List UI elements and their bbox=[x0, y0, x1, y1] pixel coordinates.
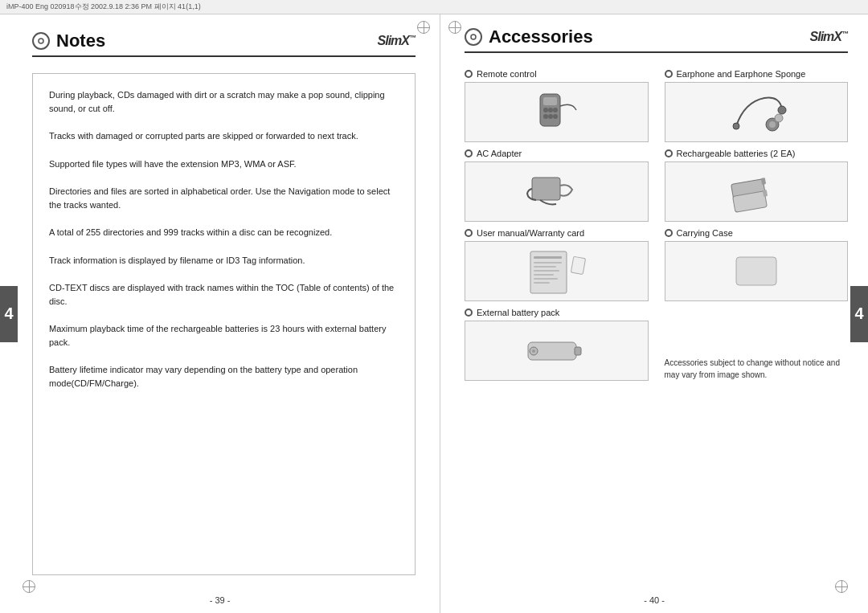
accessory-batteries: Rechargeable batteries (2 EA) bbox=[665, 149, 849, 222]
svg-point-33 bbox=[532, 349, 535, 353]
svg-rect-3 bbox=[543, 97, 557, 105]
accessory-batteries-label: Rechargeable batteries (2 EA) bbox=[665, 149, 849, 158]
accessory-earphone-label: Earphone and Earphone Sponge bbox=[665, 69, 849, 79]
note-6: Track information is displayed by filena… bbox=[49, 254, 399, 268]
bullet-ac-adapter bbox=[465, 149, 473, 157]
svg-rect-31 bbox=[575, 347, 581, 355]
accessories-section-header: Accessories SlimX™ bbox=[465, 27, 848, 53]
accessory-external-battery: External battery pack bbox=[465, 308, 649, 381]
bullet-remote bbox=[465, 70, 473, 78]
note-9: Battery lifetime indicator may vary depe… bbox=[49, 363, 399, 390]
crosshair-right-bottom-right bbox=[835, 580, 848, 593]
svg-point-5 bbox=[548, 108, 553, 112]
svg-rect-22 bbox=[534, 262, 562, 264]
accessory-manual: User manual/Warranty card bbox=[465, 228, 649, 301]
accessories-grid-row1: Remote control bbox=[465, 69, 848, 142]
accessories-brand: SlimX™ bbox=[810, 30, 848, 44]
svg-point-9 bbox=[553, 114, 558, 119]
accessories-footer-note: Accessories subject to change without no… bbox=[665, 308, 849, 381]
accessory-remote-label: Remote control bbox=[465, 69, 649, 79]
note-8: Maximum playback time of the rechargeabl… bbox=[49, 322, 399, 349]
bullet-batteries bbox=[665, 149, 673, 157]
svg-point-13 bbox=[769, 121, 776, 128]
accessories-title-group: Accessories bbox=[465, 27, 593, 47]
note-2: Tracks with damaged or corrupted parts a… bbox=[49, 129, 399, 143]
accessory-ac-adapter-image bbox=[465, 161, 649, 222]
crosshair-top-right bbox=[417, 21, 430, 34]
svg-point-4 bbox=[543, 108, 548, 112]
notes-icon bbox=[32, 32, 50, 50]
left-page-tab: 4 bbox=[0, 286, 18, 342]
accessories-grid-row2: AC Adapter Rechargeable batteries (2 EA) bbox=[465, 149, 848, 222]
accessory-earphone: Earphone and Earphone Sponge bbox=[665, 69, 849, 142]
crosshair-right-top-left bbox=[448, 21, 461, 34]
note-3: Supported file types will have the exten… bbox=[49, 157, 399, 171]
accessory-case-image bbox=[665, 241, 849, 301]
top-bar: iMP-400 Eng 020918수정 2002.9.18 2:36 PM 페… bbox=[0, 0, 868, 14]
right-page: Accessories SlimX™ Remote control bbox=[440, 14, 868, 613]
accessory-manual-label: User manual/Warranty card bbox=[465, 228, 649, 238]
svg-point-6 bbox=[553, 108, 558, 112]
notes-brand: SlimX™ bbox=[378, 34, 416, 48]
svg-rect-26 bbox=[534, 278, 558, 280]
accessories-icon bbox=[465, 28, 482, 46]
svg-rect-29 bbox=[736, 257, 776, 285]
right-page-tab: 4 bbox=[850, 286, 868, 342]
bullet-manual bbox=[465, 229, 473, 237]
accessory-manual-image bbox=[465, 241, 649, 301]
accessory-remote-control: Remote control bbox=[465, 69, 649, 142]
bullet-case bbox=[665, 229, 673, 237]
note-7: CD-TEXT discs are displayed with track n… bbox=[49, 281, 399, 308]
notes-section-header: Notes SlimX™ bbox=[32, 31, 416, 57]
notes-content-box: During playback, CDs damaged with dirt o… bbox=[32, 73, 416, 575]
accessory-ac-adapter: AC Adapter bbox=[465, 149, 649, 222]
page-container: Notes SlimX™ During playback, CDs damage… bbox=[0, 14, 868, 613]
note-4: Directories and files are sorted in alph… bbox=[49, 185, 399, 211]
accessory-external-battery-image bbox=[465, 321, 649, 381]
svg-rect-28 bbox=[571, 256, 586, 274]
left-page-number: - 39 - bbox=[0, 595, 440, 605]
accessory-earphone-image bbox=[665, 82, 849, 142]
crosshair-bottom-left bbox=[23, 580, 35, 593]
top-bar-text: iMP-400 Eng 020918수정 2002.9.18 2:36 PM 페… bbox=[6, 2, 201, 12]
svg-point-10 bbox=[778, 106, 786, 114]
svg-rect-23 bbox=[534, 266, 556, 268]
svg-rect-27 bbox=[534, 282, 550, 284]
svg-point-7 bbox=[543, 114, 548, 119]
svg-rect-15 bbox=[532, 178, 560, 200]
bullet-external-battery bbox=[465, 309, 473, 317]
bullet-earphone bbox=[665, 70, 673, 78]
accessories-title: Accessories bbox=[489, 27, 593, 47]
svg-point-8 bbox=[548, 114, 553, 119]
svg-point-1 bbox=[471, 35, 476, 39]
note-5: A total of 255 directories and 999 track… bbox=[49, 226, 399, 239]
left-page: Notes SlimX™ During playback, CDs damage… bbox=[0, 14, 440, 613]
svg-rect-25 bbox=[534, 274, 554, 276]
accessory-ac-adapter-label: AC Adapter bbox=[465, 149, 649, 158]
footer-note-text: Accessories subject to change without no… bbox=[665, 357, 849, 381]
notes-title-group: Notes bbox=[32, 31, 105, 51]
svg-point-0 bbox=[39, 39, 43, 43]
right-page-number: - 40 - bbox=[440, 595, 868, 605]
svg-rect-21 bbox=[534, 256, 562, 259]
svg-rect-24 bbox=[534, 270, 559, 272]
svg-point-14 bbox=[775, 114, 783, 122]
accessory-batteries-image bbox=[665, 161, 849, 222]
accessories-grid-row4: External battery pack Accessorie bbox=[465, 308, 848, 381]
accessories-grid-row3: User manual/Warranty card bbox=[465, 228, 848, 301]
accessory-external-battery-label: External battery pack bbox=[465, 308, 649, 317]
accessory-case: Carrying Case bbox=[665, 228, 849, 301]
accessory-case-label: Carrying Case bbox=[665, 228, 849, 238]
svg-point-11 bbox=[733, 123, 739, 129]
accessory-remote-image bbox=[465, 82, 649, 142]
notes-title: Notes bbox=[56, 31, 105, 51]
note-1: During playback, CDs damaged with dirt o… bbox=[49, 88, 399, 115]
